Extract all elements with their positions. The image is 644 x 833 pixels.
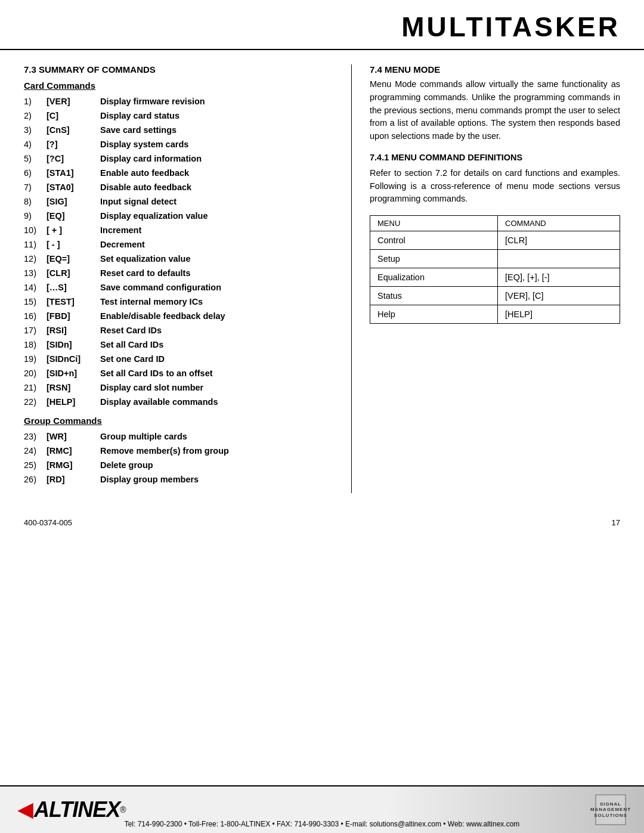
cmd-num: 18) (24, 339, 47, 351)
table-row: Equalization[EQ], [+], [-] (370, 268, 620, 287)
group-command-item: 26)[RD]Display group members (24, 473, 333, 486)
card-command-item: 8)[SIG]Input signal detect (24, 196, 333, 208)
cmd-code: [?C] (47, 153, 100, 165)
logo-arrow-icon: ◀ (18, 798, 33, 821)
cmd-desc: Decrement (100, 239, 333, 251)
cmd-code: [CnS] (47, 124, 100, 137)
cmd-num: 20) (24, 367, 47, 380)
table-menu-cell: Control (370, 231, 498, 250)
cmd-code: [EQ=] (47, 253, 100, 265)
cmd-code: [RSI] (47, 324, 100, 337)
page-number: 17 (612, 518, 620, 527)
cmd-desc: Reset card to defaults (100, 267, 333, 280)
cmd-desc: Set equalization value (100, 253, 333, 265)
menu-command-table: MENUCOMMANDControl[CLR]SetupEqualization… (370, 215, 620, 324)
cmd-desc: Increment (100, 224, 333, 237)
cmd-code: [C] (47, 110, 100, 122)
cmd-num: 15) (24, 296, 47, 308)
cmd-code: [HELP] (47, 396, 100, 408)
cmd-desc: Display card status (100, 110, 333, 122)
cmd-num: 9) (24, 210, 47, 222)
cmd-num: 7) (24, 181, 47, 194)
cmd-desc: Input signal detect (100, 196, 333, 208)
cmd-desc: Remove member(s) from group (100, 445, 333, 457)
cmd-code: [WR] (47, 431, 100, 443)
table-row: Setup (370, 250, 620, 268)
card-commands-list: 1)[VER]Display firmware revision2)[C]Dis… (24, 95, 333, 408)
footer-contact: Tel: 714-990-2300 • Toll-Free: 1-800-ALT… (125, 820, 520, 828)
altinex-logo: ◀ ALTINEX ® (18, 797, 126, 822)
page-header: MULTITASKER (0, 0, 644, 50)
cmd-num: 17) (24, 324, 47, 337)
cmd-num: 16) (24, 310, 47, 323)
cmd-code: [CLR] (47, 267, 100, 280)
cmd-num: 26) (24, 473, 47, 486)
page-footer-numbers: 400-0374-005 17 (0, 511, 644, 534)
card-command-item: 22)[HELP]Display available commands (24, 396, 333, 408)
cmd-num: 1) (24, 95, 47, 108)
menu-section-title: 7.4 MENU MODE (370, 64, 620, 75)
cmd-code: […S] (47, 281, 100, 294)
cmd-desc: Disable auto feedback (100, 181, 333, 194)
cmd-num: 23) (24, 431, 47, 443)
table-header: COMMAND (498, 216, 620, 231)
cmd-code: [EQ] (47, 210, 100, 222)
card-command-item: 20)[SID+n]Set all Card IDs to an offset (24, 367, 333, 380)
cmd-code: [?] (47, 138, 100, 151)
cmd-num: 25) (24, 459, 47, 472)
cmd-num: 13) (24, 267, 47, 280)
cmd-num: 5) (24, 153, 47, 165)
table-menu-cell: Status (370, 287, 498, 305)
card-command-item: 14)[…S]Save command configuration (24, 281, 333, 294)
page-title: MULTITASKER (24, 11, 620, 43)
cmd-num: 2) (24, 110, 47, 122)
cmd-num: 4) (24, 138, 47, 151)
table-command-cell: [HELP] (498, 305, 620, 324)
cmd-num: 3) (24, 124, 47, 137)
table-menu-cell: Setup (370, 250, 498, 268)
cmd-desc: Set all Card IDs to an offset (100, 367, 333, 380)
cmd-code: [ + ] (47, 224, 100, 237)
card-command-item: 2)[C]Display card status (24, 110, 333, 122)
cmd-desc: Display equalization value (100, 210, 333, 222)
card-command-item: 19)[SIDnCi]Set one Card ID (24, 353, 333, 366)
cmd-code: [ - ] (47, 239, 100, 251)
card-command-item: 10)[ + ]Increment (24, 224, 333, 237)
cmd-desc: Group multiple cards (100, 431, 333, 443)
table-header: MENU (370, 216, 498, 231)
part-number: 400-0374-005 (24, 518, 72, 527)
bottom-footer: ◀ ALTINEX ® Tel: 714-990-2300 • Toll-Fre… (0, 785, 644, 833)
cmd-desc: Display firmware revision (100, 95, 333, 108)
group-commands-title: Group Commands (24, 416, 333, 426)
table-command-cell: [VER], [C] (498, 287, 620, 305)
card-command-item: 13)[CLR]Reset card to defaults (24, 267, 333, 280)
main-content: 7.3 SUMMARY OF COMMANDS Card Commands 1)… (0, 50, 644, 493)
cmd-desc: Display system cards (100, 138, 333, 151)
group-command-item: 25)[RMG]Delete group (24, 459, 333, 472)
card-command-item: 16)[FBD]Enable/disable feedback delay (24, 310, 333, 323)
table-row: Help[HELP] (370, 305, 620, 324)
cmd-desc: Test internal memory ICs (100, 296, 333, 308)
card-command-item: 4)[?]Display system cards (24, 138, 333, 151)
cmd-num: 6) (24, 167, 47, 179)
menu-ref-text: Refer to section 7.2 for details on card… (370, 167, 620, 206)
card-command-item: 15)[TEST]Test internal memory ICs (24, 296, 333, 308)
cmd-num: 12) (24, 253, 47, 265)
cmd-code: [RD] (47, 473, 100, 486)
cmd-desc: Set one Card ID (100, 353, 333, 366)
cmd-desc: Reset Card IDs (100, 324, 333, 337)
group-command-item: 24)[RMC]Remove member(s) from group (24, 445, 333, 457)
cmd-code: [SIDn] (47, 339, 100, 351)
cmd-desc: Display card slot number (100, 382, 333, 394)
cmd-num: 8) (24, 196, 47, 208)
signal-management-logo: SIGNALMANAGEMENTSOLUTIONS (595, 794, 626, 825)
cmd-num: 11) (24, 239, 47, 251)
cmd-desc: Set all Card IDs (100, 339, 333, 351)
logo-registered: ® (120, 805, 126, 815)
cmd-desc: Enable/disable feedback delay (100, 310, 333, 323)
card-command-item: 21)[RSN]Display card slot number (24, 382, 333, 394)
table-command-cell: [CLR] (498, 231, 620, 250)
table-command-cell (498, 250, 620, 268)
cmd-desc: Display available commands (100, 396, 333, 408)
card-command-item: 12)[EQ=]Set equalization value (24, 253, 333, 265)
